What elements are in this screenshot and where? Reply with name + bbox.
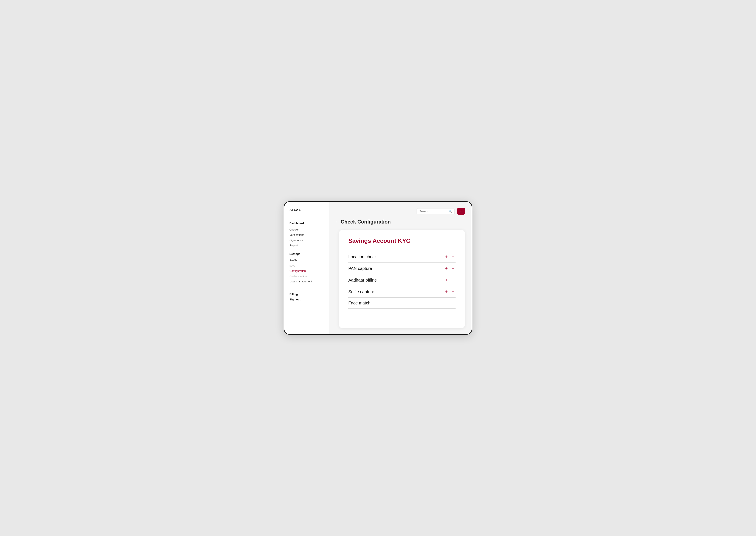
- top-bar: 🔍 +: [335, 208, 465, 215]
- check-name-pan-capture: PAN capture: [348, 266, 372, 271]
- card-title: Savings Account KYC: [348, 238, 456, 244]
- check-item-pan-capture: PAN capture + −: [348, 263, 456, 274]
- check-item-location-check: Location check + −: [348, 251, 456, 263]
- sidebar-item-verifications[interactable]: Verifications: [290, 232, 324, 238]
- plus-btn-aadhaar-offline[interactable]: +: [444, 277, 449, 283]
- search-input[interactable]: [419, 210, 447, 213]
- plus-btn-pan-capture[interactable]: +: [444, 266, 449, 271]
- controls-location-check: + −: [444, 254, 456, 259]
- sidebar-item-customisation: Customisation: [290, 274, 324, 279]
- controls-pan-capture: + −: [444, 266, 456, 271]
- check-name-face-match: Face match: [348, 301, 370, 306]
- app-logo: ATLAS: [290, 208, 324, 212]
- sidebar-item-keys: keys: [290, 263, 324, 268]
- minus-btn-aadhaar-offline[interactable]: −: [450, 277, 456, 283]
- sidebar-item-sign-out[interactable]: Sign out: [290, 298, 324, 301]
- sidebar-item-signatures[interactable]: Signatures: [290, 238, 324, 243]
- search-icon: 🔍: [449, 210, 452, 213]
- controls-selfie-capture: + −: [444, 289, 456, 294]
- sidebar-section-settings: Settings: [290, 252, 324, 255]
- check-item-selfie-capture: Selfie capture + −: [348, 286, 456, 298]
- check-name-aadhaar-offline: Aadhaar offline: [348, 278, 377, 283]
- search-box[interactable]: 🔍: [417, 208, 455, 215]
- sidebar-item-configuration[interactable]: Configuration: [290, 268, 324, 274]
- check-name-selfie-capture: Selfie capture: [348, 289, 374, 294]
- plus-btn-location-check[interactable]: +: [444, 254, 449, 259]
- kyc-card: Savings Account KYC Location check + − P…: [339, 230, 465, 328]
- plus-btn-selfie-capture[interactable]: +: [444, 289, 449, 294]
- main-content: 🔍 + ← Check Configuration Savings Accoun…: [329, 202, 472, 334]
- device-frame: ATLAS Dashboard Checks Verifications Sig…: [284, 201, 472, 335]
- minus-btn-pan-capture[interactable]: −: [450, 266, 456, 271]
- sidebar-item-report[interactable]: Report: [290, 243, 324, 248]
- page-header: ← Check Configuration: [335, 219, 465, 225]
- check-item-face-match: Face match: [348, 298, 456, 309]
- check-name-location-check: Location check: [348, 254, 377, 259]
- sidebar-item-billing[interactable]: Billing: [290, 292, 324, 296]
- sidebar-section-dashboard: Dashboard: [290, 221, 324, 225]
- back-arrow[interactable]: ←: [335, 220, 339, 224]
- sidebar-bottom: Billing Sign out: [290, 288, 324, 303]
- sidebar-item-user-management[interactable]: User management: [290, 279, 324, 284]
- minus-btn-selfie-capture[interactable]: −: [450, 289, 456, 294]
- controls-aadhaar-offline: + −: [444, 277, 456, 283]
- check-item-aadhaar-offline: Aadhaar offline + −: [348, 274, 456, 286]
- minus-btn-location-check[interactable]: −: [450, 254, 456, 259]
- page-title: Check Configuration: [341, 219, 391, 225]
- sidebar-item-profile[interactable]: Profile: [290, 258, 324, 263]
- sidebar: ATLAS Dashboard Checks Verifications Sig…: [284, 202, 329, 334]
- sidebar-item-checks[interactable]: Checks: [290, 227, 324, 232]
- add-button[interactable]: +: [457, 208, 465, 215]
